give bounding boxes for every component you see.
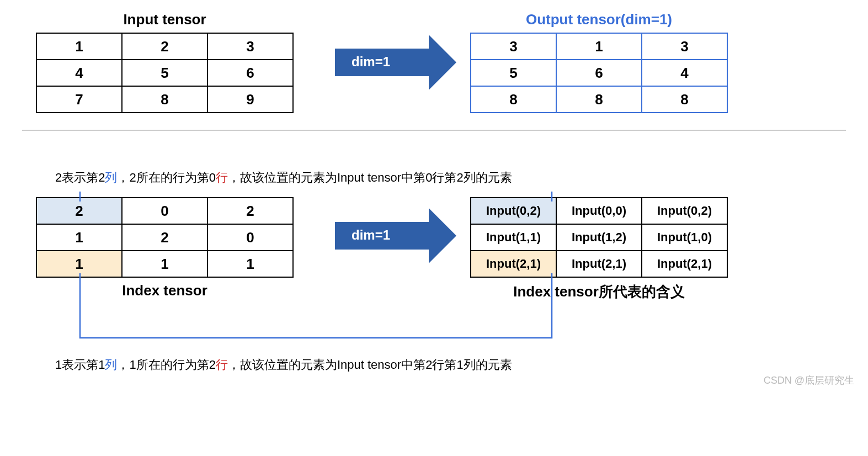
- table-row: 111: [36, 251, 293, 277]
- arrow-label: dim=1: [352, 227, 390, 243]
- bottom-annotation: 1表示第1列，1所在的行为第2行，故该位置的元素为Input tensor中第2…: [55, 357, 846, 373]
- table-row: 202: [36, 198, 293, 224]
- arrow-top: dim=1: [316, 35, 448, 90]
- table-row: 888: [471, 86, 727, 113]
- bottom-section: 2表示第2列，2所在的行为第0行，故该位置的元素为Input tensor中第0…: [22, 147, 846, 373]
- index-tensor-title: Index tensor: [122, 282, 207, 299]
- table-row: Input(2,1)Input(2,1)Input(2,1): [471, 251, 727, 277]
- arrow-icon: dim=1: [335, 49, 429, 76]
- meaning-tensor-title: Index tensor所代表的含义: [513, 282, 685, 301]
- watermark: CSDN @底层研究生: [764, 374, 854, 387]
- meaning-tensor-block: Input(0,2)Input(0,0)Input(0,2) Input(1,1…: [470, 197, 728, 301]
- output-tensor-table: 313 564 888: [470, 33, 728, 113]
- table-row: 123: [36, 33, 293, 60]
- table-row: 313: [471, 33, 727, 60]
- output-tensor-block: Output tensor(dim=1) 313 564 888: [470, 11, 728, 113]
- table-row: 456: [36, 60, 293, 86]
- arrow-icon: dim=1: [335, 222, 429, 250]
- table-row: 564: [471, 60, 727, 86]
- table-row: Input(0,2)Input(0,0)Input(0,2): [471, 198, 727, 224]
- table-row: 120: [36, 224, 293, 251]
- arrow-bottom: dim=1: [316, 208, 448, 263]
- input-tensor-title: Input tensor: [123, 11, 206, 28]
- index-tensor-table: 202 120 111: [36, 197, 294, 278]
- middle-row: 202 120 111 Index tensor dim=1 Input(0,2…: [22, 192, 846, 301]
- meaning-tensor-table: Input(0,2)Input(0,0)Input(0,2) Input(1,1…: [470, 197, 728, 278]
- top-annotation: 2表示第2列，2所在的行为第0行，故该位置的元素为Input tensor中第0…: [55, 169, 846, 186]
- input-tensor-table: 123 456 789: [36, 33, 294, 113]
- input-tensor-block: Input tensor 123 456 789: [36, 11, 294, 113]
- output-tensor-title: Output tensor(dim=1): [526, 11, 672, 28]
- section-divider: [22, 130, 846, 131]
- arrow-label: dim=1: [352, 54, 390, 70]
- top-section: Input tensor 123 456 789 dim=1 Output te…: [22, 11, 846, 113]
- table-row: Input(1,1)Input(1,2)Input(1,0): [471, 224, 727, 251]
- table-row: 789: [36, 86, 293, 113]
- index-tensor-block: 202 120 111 Index tensor: [36, 197, 294, 299]
